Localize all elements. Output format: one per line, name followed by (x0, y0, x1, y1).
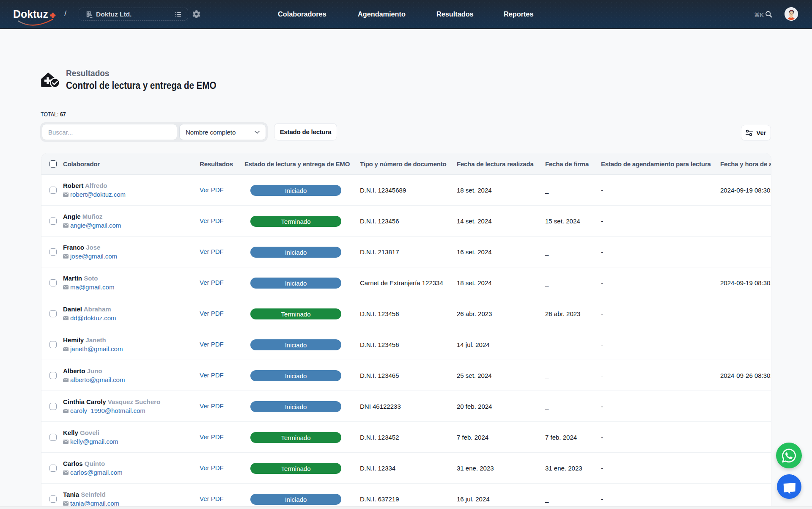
svg-text:Doktuz: Doktuz (13, 8, 48, 20)
